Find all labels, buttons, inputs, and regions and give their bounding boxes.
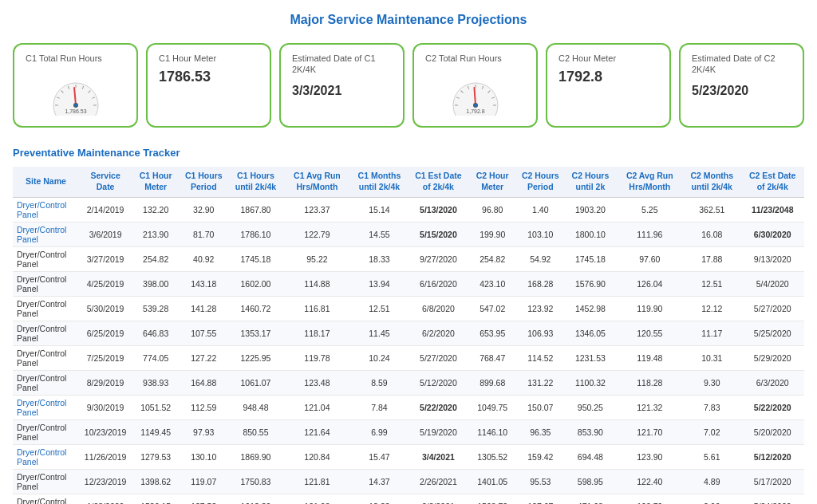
table-cell: 1867.80 [227,197,283,222]
table-cell: 6/25/2019 [79,321,132,345]
table-cell: 122.40 [616,469,683,494]
gauge-c2-svg: 1,792.8 [444,72,507,118]
table-cell: 9/13/2020 [740,246,804,271]
table-cell: Dryer/Control Panel [13,197,79,222]
table-cell: 8/29/2019 [79,370,132,395]
table-cell: 423.10 [468,271,516,296]
table-cell: 3/27/2019 [79,246,132,271]
table-cell: 40.92 [180,246,227,271]
table-cell: 2/14/2019 [79,197,132,222]
table-cell: 774.05 [132,345,180,370]
gauge-c1: 1,786.53 [26,69,125,118]
table-cell: 5/15/2020 [408,222,469,246]
col-site-name: Site Name [13,167,79,197]
table-cell: 5/4/2020 [740,271,804,296]
table-cell: 10.31 [683,345,740,370]
table-cell: 5/19/2020 [408,419,469,444]
table-cell: 119.48 [616,345,683,370]
col-c2-hp: C2 Hours Period [516,167,564,197]
table-row: Dryer/Control Panel3/27/2019254.8240.921… [13,246,804,271]
table-cell: 18.33 [350,246,408,271]
table-cell: 850.55 [227,419,283,444]
table-cell: 121.04 [284,395,351,419]
table-cell: Dryer/Control Panel [13,271,79,296]
card-c2-total-run-hours: C2 Total Run Hours [412,43,538,128]
table-cell: 96.35 [516,419,564,444]
table-cell: 5/24/2020 [740,494,804,504]
table-cell: 143.18 [180,271,227,296]
table-cell: 6/3/2020 [740,370,804,395]
table-cell: 1460.72 [227,296,283,321]
table-cell: 122.79 [284,222,351,246]
table-cell: 1346.05 [564,321,616,345]
table-cell: 95.53 [516,469,564,494]
table-cell: 121.64 [284,419,351,444]
table-cell: 1051.52 [132,395,180,419]
table-row: Dryer/Control Panel6/25/2019646.83107.55… [13,321,804,345]
table-cell: 254.82 [132,246,180,271]
table-cell: 1149.45 [132,419,180,444]
table-cell: 199.90 [468,222,516,246]
table-cell: 3/6/2019 [79,222,132,246]
table-cell: 1146.10 [468,419,516,444]
tracker-table: Site Name Service Date C1 Hour Meter C1 … [13,167,804,504]
table-cell: 120.84 [284,444,351,469]
table-cell: 164.88 [180,370,227,395]
table-header-row: Site Name Service Date C1 Hour Meter C1 … [13,167,804,197]
table-cell: 32.90 [180,197,227,222]
table-cell: 12.12 [683,296,740,321]
table-cell: 10.24 [350,345,408,370]
table-cell: 539.28 [132,296,180,321]
table-cell: 116.81 [284,296,351,321]
table-cell: 119.78 [284,345,351,370]
col-c2-ar: C2 Avg Run Hrs/Month [616,167,683,197]
card-c1-est-date-title: Estimated Date of C1 2K/4K [292,53,392,76]
col-c2-h2k: C2 Hours until 2k [564,167,616,197]
col-c2-hm: C2 Hour Meter [468,167,516,197]
table-cell: 3.90 [683,494,740,504]
table-cell: 159.42 [516,444,564,469]
table-cell: 1353.17 [227,321,283,345]
gauge-c1-svg: 1,786.53 [44,72,108,118]
card-c2-est-date-value: 5/23/2020 [692,84,748,98]
table-row: Dryer/Control Panel8/29/2019938.93164.88… [13,370,804,395]
table-cell: 120.79 [616,494,683,504]
table-cell: 1528.72 [468,494,516,504]
table-cell: 123.90 [616,444,683,469]
table-cell: 5/13/2020 [408,197,469,222]
card-c2-hour-meter: C2 Hour Meter 1792.8 [546,43,671,128]
table-cell: 1745.18 [227,246,283,271]
table-cell: 121.08 [284,494,351,504]
card-c1-est-date: Estimated Date of C1 2K/4K 3/3/2021 [279,43,405,128]
table-cell: 938.93 [132,370,180,395]
table-cell: 213.90 [132,222,180,246]
table-cell: 123.48 [284,370,351,395]
table-cell: 694.48 [564,444,616,469]
table-row: Dryer/Control Panel9/30/20191051.52112.5… [13,395,804,419]
table-cell: 168.28 [516,271,564,296]
table-cell: 6/16/2020 [408,271,469,296]
table-cell: 1/28/2020 [79,494,132,504]
table-cell: 948.48 [227,395,283,419]
table-cell: 8.59 [350,370,408,395]
table-cell: Dryer/Control Panel [13,321,79,345]
table-cell: 950.25 [564,395,616,419]
table-cell: 3/2/2021 [408,494,469,504]
card-c2-total-run-hours-title: C2 Total Run Hours [425,53,502,64]
table-row: Dryer/Control Panel12/23/20191398.62119.… [13,469,804,494]
table-cell: 150.07 [516,395,564,419]
table-cell: 13.94 [350,271,408,296]
table-cell: 97.60 [616,246,683,271]
table-cell: 1745.18 [564,246,616,271]
col-service-date: Service Date [79,167,132,197]
card-c1-hour-meter: C1 Hour Meter 1786.53 [146,43,271,128]
table-cell: 15.47 [350,444,408,469]
table-cell: 5/17/2020 [740,469,804,494]
table-cell: 4/25/2019 [79,271,132,296]
table-cell: 1576.90 [564,271,616,296]
table-cell: 12.51 [350,296,408,321]
table-cell: 103.10 [516,222,564,246]
table-cell: 17.88 [683,246,740,271]
table-cell: 1536.15 [132,494,180,504]
table-cell: 5/22/2020 [408,395,469,419]
